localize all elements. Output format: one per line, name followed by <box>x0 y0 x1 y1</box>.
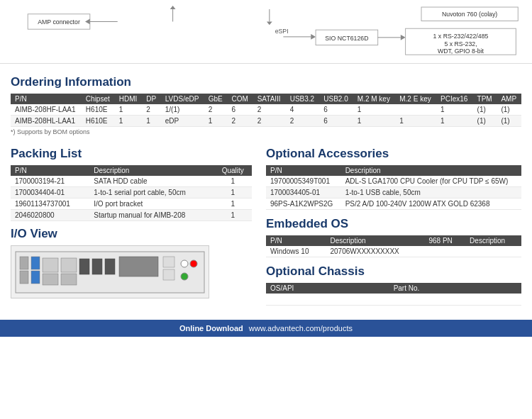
ordering-col-header: USB2.0 <box>319 94 353 104</box>
table-row: Windows 1020706WXXXXXXXXX <box>266 246 521 257</box>
ordering-col-header: AMP <box>497 94 521 104</box>
table-cell: 6 <box>319 116 353 127</box>
table-cell: 1 <box>353 116 395 127</box>
svg-text:AMP connector: AMP connector <box>38 18 80 26</box>
io-view-section: I/O View <box>11 227 252 298</box>
table-cell: 2 <box>253 116 286 127</box>
svg-rect-25 <box>31 271 40 284</box>
packing-col-header: Quality <box>214 165 252 176</box>
svg-marker-7 <box>267 21 272 25</box>
svg-marker-14 <box>401 35 406 40</box>
svg-marker-10 <box>311 34 316 40</box>
table-row: 1700034404-011-to-1 serial port cable, 5… <box>11 187 252 199</box>
svg-marker-5 <box>170 6 176 9</box>
table-cell: (1) <box>473 116 497 127</box>
table-cell: 1/(1) <box>161 104 204 116</box>
chassis-col-header: Part No. <box>389 283 521 294</box>
table-cell: Windows 10 <box>266 246 326 257</box>
table-cell: 2 <box>204 104 228 116</box>
table-row: AIMB-208HF-LAA1H610E121/(1)2624611(1)(1) <box>11 104 521 116</box>
svg-text:eSPI: eSPI <box>275 28 289 35</box>
chassis-col-header: OS/API <box>266 283 389 294</box>
svg-text:Nuvoton 760 (colay): Nuvoton 760 (colay) <box>442 11 497 18</box>
table-row: 1700034405-011-to-1 USB cable, 50cm <box>266 187 521 199</box>
table-cell <box>424 246 465 257</box>
table-cell: SATA HDD cable <box>89 176 214 187</box>
footer-url: www.advantech.com/products <box>249 324 353 333</box>
ordering-col-header: Chipset <box>82 94 115 104</box>
io-view-image <box>11 245 209 298</box>
table-row: 96PS-A1K2WPS2GPS/2 A/D 100-240V 1200W AT… <box>266 199 521 210</box>
table-cell: 1700034404-01 <box>11 187 89 199</box>
ordering-col-header: PCIex16 <box>436 94 473 104</box>
accessories-title: Optional Accessories <box>266 147 521 161</box>
ordering-col-header: USB3.2 <box>286 94 320 104</box>
table-row: 1700003194-21SATA HDD cable1 <box>11 176 252 187</box>
embedded-os-title: Embedded OS <box>266 217 521 231</box>
footer-label: Online Download <box>179 324 243 333</box>
ordering-col-header: P/N <box>11 94 82 104</box>
ordering-col-header: TPM <box>473 94 497 104</box>
ordering-col-header: SATAIII <box>253 94 286 104</box>
table-cell: 20706WXXXXXXXXX <box>326 246 425 257</box>
svg-rect-33 <box>119 257 158 276</box>
table-cell: 1 <box>115 116 142 127</box>
table-cell: 1-to-1 serial port cable, 50cm <box>89 187 214 199</box>
ordering-table: P/NChipsetHDMIDPLVDS/eDPGbECOMSATAIIIUSB… <box>11 94 521 127</box>
table-cell: 1 <box>204 116 228 127</box>
svg-text:1 x RS-232/422/485: 1 x RS-232/422/485 <box>433 33 489 40</box>
embedded-os-table: P/NDescription968 PNDescription Windows … <box>266 235 521 257</box>
svg-point-37 <box>190 260 197 267</box>
table-cell: 2 <box>286 116 320 127</box>
svg-rect-32 <box>105 259 115 274</box>
table-cell: 6 <box>228 104 253 116</box>
packing-col-header: Description <box>89 165 214 176</box>
packing-title: Packing List <box>11 147 252 161</box>
chassis-table: OS/APIPart No. <box>266 283 521 306</box>
table-cell: 96PS-A1K2WPS2G <box>266 199 341 210</box>
packing-col-header: P/N <box>11 165 89 176</box>
table-cell: I/O port bracket <box>89 199 214 210</box>
embedded-col-header: 968 PN <box>424 235 465 246</box>
table-cell: 1-to-1 USB cable, 50cm <box>341 187 521 199</box>
svg-text:SIO NCT6126D: SIO NCT6126D <box>325 35 368 42</box>
table-row: 19601134737001I/O port bracket1 <box>11 199 252 210</box>
table-cell: AIMB-208HF-LAA1 <box>11 104 82 116</box>
ordering-col-header: COM <box>228 94 253 104</box>
table-cell: 1 <box>214 187 252 199</box>
diagram-area: AMP connector eSPI SIO NCT6126D Nuvoton … <box>0 0 532 64</box>
ordering-title: Ordering Information <box>11 75 521 89</box>
table-cell: PS/2 A/D 100-240V 1200W ATX GOLD 62368 <box>341 199 521 210</box>
table-cell: 1 <box>436 116 473 127</box>
svg-point-38 <box>181 273 188 280</box>
svg-text:5 x RS-232,: 5 x RS-232, <box>444 40 477 48</box>
table-cell <box>395 104 436 116</box>
svg-rect-22 <box>20 257 28 269</box>
table-row: 2046020800Startup manual for AIMB-2081 <box>11 210 252 221</box>
svg-rect-23 <box>20 271 28 284</box>
table-cell: 1700034405-01 <box>266 187 341 199</box>
svg-rect-24 <box>31 257 40 269</box>
table-cell: (1) <box>497 104 521 116</box>
table-cell: 1 <box>115 104 142 116</box>
table-cell: 19601134737001 <box>11 199 89 210</box>
table-cell: 1 <box>214 210 252 221</box>
table-cell: 1 <box>214 199 252 210</box>
table-cell: AIMB-208HL-LAA1 <box>11 116 82 127</box>
ordering-col-header: M.2 E key <box>395 94 436 104</box>
embedded-col-header: P/N <box>266 235 326 246</box>
table-row: 19700005349T001ADL-S LGA1700 CPU Cooler … <box>266 176 521 187</box>
table-cell <box>465 246 521 257</box>
svg-rect-28 <box>61 258 77 272</box>
ordering-col-header: M.2 M key <box>353 94 395 104</box>
svg-rect-35 <box>163 269 174 280</box>
table-cell: (1) <box>473 104 497 116</box>
ordering-note: *) Supports by BOM options <box>11 128 521 135</box>
table-cell: H610E <box>82 104 115 116</box>
svg-text:WDT, GPIO 8-bit: WDT, GPIO 8-bit <box>438 48 484 55</box>
main-content: Ordering Information P/NChipsetHDMIDPLVD… <box>0 64 532 311</box>
chassis-title: Optional Chassis <box>266 264 521 279</box>
embedded-col-header: Description <box>465 235 521 246</box>
table-cell: 1 <box>142 116 161 127</box>
table-cell: 2046020800 <box>11 210 89 221</box>
